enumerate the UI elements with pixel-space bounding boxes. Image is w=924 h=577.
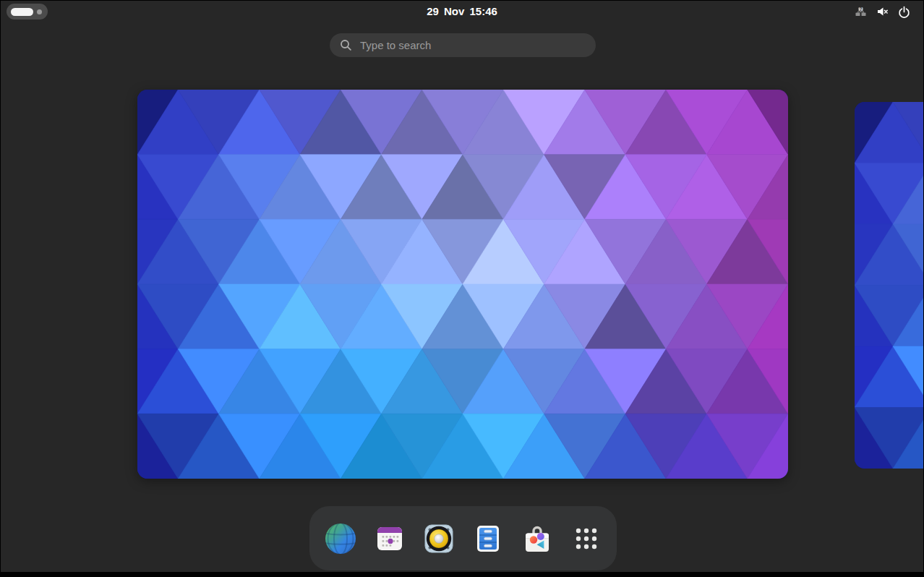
search-bar[interactable] — [330, 33, 596, 57]
inactive-workspace-dot — [37, 9, 42, 14]
activities-workspace-indicator[interactable] — [7, 4, 48, 20]
svg-text:?: ? — [860, 7, 863, 12]
dash-app-software[interactable] — [517, 518, 557, 559]
wallpaper-workspace-1 — [137, 90, 788, 479]
dash-app-music[interactable] — [419, 518, 459, 559]
screen-bottom-edge — [1, 572, 923, 576]
workspace-thumbnail-2[interactable] — [855, 102, 924, 469]
gnome-shell-overview: 29 Nov 15:46 ? — [0, 0, 924, 577]
power-icon — [898, 6, 910, 18]
show-apps-grid-icon — [569, 521, 604, 556]
search-input[interactable] — [330, 33, 596, 57]
volume-muted-icon — [876, 6, 889, 17]
music-speaker-icon — [422, 521, 456, 556]
network-unknown-icon: ? — [855, 6, 867, 17]
dash — [309, 506, 617, 570]
dash-app-files[interactable] — [468, 518, 508, 559]
workspace-thumbnail-1[interactable] — [137, 90, 788, 479]
files-cabinet-icon — [471, 521, 505, 556]
software-store-bag-icon — [520, 521, 555, 556]
web-browser-globe-icon — [323, 521, 358, 556]
dash-app-web[interactable] — [320, 518, 361, 559]
wallpaper-workspace-2 — [855, 102, 924, 469]
calendar-icon — [372, 521, 407, 556]
show-apps-button[interactable] — [566, 518, 607, 559]
system-status-area[interactable]: ? — [852, 1, 913, 22]
clock[interactable]: 29 Nov 15:46 — [427, 1, 497, 22]
top-bar: 29 Nov 15:46 ? — [1, 1, 923, 22]
dash-app-calendar[interactable] — [369, 518, 410, 559]
active-workspace-pill — [11, 8, 33, 16]
